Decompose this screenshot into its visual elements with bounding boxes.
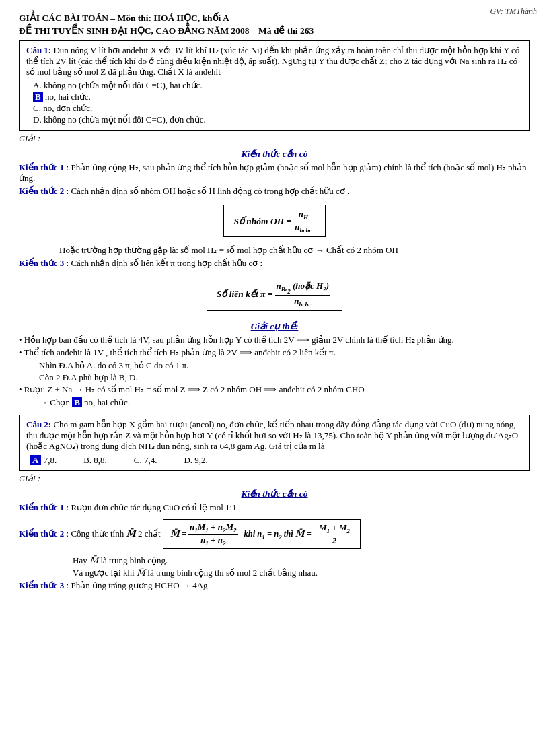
kt2-2-text: : Công thức tính	[64, 528, 124, 539]
kt2-1-text: : Rượu đơn chức tác dụng CuO có tỉ lệ mo…	[64, 502, 236, 512]
q1-ans-a-label: A.	[33, 80, 42, 90]
kt2-extra: Hoặc trường hợp thường gặp là: số mol H₂…	[59, 245, 530, 256]
kt2-label: Kiến thức 2	[19, 186, 64, 196]
bullet1: • Hỗn hợp ban đầu có thể tích là 4V, sau…	[19, 335, 530, 345]
q2-ans-d-label: D. 9,2.	[184, 455, 207, 465]
q1-ans-c-label: C.	[33, 103, 41, 113]
formula2-num: nBr2 (hoặc H2)	[275, 281, 331, 295]
indent1: Nhìn Đ.A bỏ A. do có 3 π, bỏ C do có 1 π…	[39, 360, 530, 371]
kt2-3-line: Kiến thức 3 : Phản ứng tráng gương HCHO …	[19, 580, 530, 591]
kien-thuc-title-1: Kiến thức cần có	[19, 148, 530, 160]
kt2-2-frac1: n1M1 + n2M2 n1 + n2	[188, 522, 238, 546]
formula1-num: nH	[297, 209, 309, 221]
q2-ans-b: B. 8,8.	[83, 455, 107, 466]
kt2-2-formula-mid: khi n1 = n2 thì M̄ =	[244, 528, 312, 541]
formula1-box: Số nhóm OH = nH nhchc	[223, 205, 325, 237]
kt2-2-line: Kiến thức 2 : Công thức tính M̄ 2 chất M…	[19, 515, 530, 553]
q2-ans-b-label: B. 8,8.	[83, 455, 107, 465]
kt2-2-formula-left: M̄ =	[170, 528, 186, 539]
bullet3: • Rượu Z + Na → H₂ có số mol H₂ = số mol…	[19, 384, 530, 395]
giai-cu-the-title: Giải cụ thể:	[19, 320, 530, 332]
q1-ans-c-text: no, đơn chức.	[41, 103, 92, 113]
kt2-3-label: Kiến thức 3	[19, 580, 64, 590]
q1-answers: A. không no (chứa một nối đôi C=C), hai …	[33, 80, 523, 125]
kt2-2-frac1-num: n1M1 + n2M2	[188, 522, 238, 535]
question-1-box: Câu 1: Đun nóng V lít hơi anđehit X với …	[19, 40, 530, 131]
kt2-1-line: Kiến thức 1 : Rượu đơn chức tác dụng CuO…	[19, 502, 530, 513]
formula2-den: nhchc	[293, 296, 312, 308]
q1-ans-b-highlight: B	[33, 92, 43, 102]
q1-ans-b: B no, hai chức.	[33, 92, 523, 102]
kt2-2-frac1-den: n1 + n2	[199, 535, 227, 547]
q2-ans-a-text: 7,8.	[41, 455, 57, 465]
indent2: Còn 2 Đ.A phù hợp là B, D.	[39, 372, 530, 383]
ans-b-choice: B	[72, 397, 82, 407]
kt1-text: : Phản ứng cộng H₂, sau phản ứng thể tíc…	[19, 162, 527, 183]
kt3-label: Kiến thức 3	[19, 258, 64, 268]
q2-ans-a-highlight: A	[30, 455, 41, 465]
kt2-2-frac2-den: 2	[331, 535, 338, 546]
kt2-text: : Cách nhận định số nhóm OH hoặc số H li…	[64, 186, 349, 196]
q1-ans-d-label: D.	[33, 114, 42, 125]
kt2-3-text: : Phản ứng tráng gương HCHO → 4Ag	[64, 580, 207, 590]
kt2-2-frac2-num: M1 + M2	[318, 522, 351, 535]
q2-ans-c: C. 7,4.	[134, 455, 157, 466]
kt2-1-label: Kiến thức 1	[19, 502, 64, 512]
q1-label: Câu 1:	[26, 45, 51, 55]
q1-ans-d: D. không no (chứa một nối đôi C=C), đơn …	[33, 114, 523, 125]
question-2-box: Câu 2: Cho m gam hỗn hợp X gồm hai rượu …	[19, 415, 530, 471]
q2-text: Cho m gam hỗn hợp X gồm hai rượu (ancol)…	[26, 419, 518, 451]
formula2-frac: nBr2 (hoặc H2) nhchc	[275, 281, 331, 307]
giai-label-2: Giải :	[19, 473, 530, 484]
author-label: GV: TMThành	[490, 7, 537, 17]
sub-title: ĐỀ THI TUYỂN SINH ĐẠI HỌC, CAO ĐẲNG NĂM …	[19, 25, 530, 36]
giai-label-1: Giải :	[19, 133, 530, 144]
q2-answers: A 7,8. B. 8,8. C. 7,4. D. 9,2.	[30, 455, 523, 466]
q1-ans-a-text: không no (chứa một nối đôi C=C), hai chứ…	[42, 80, 203, 90]
formula1-text: Số nhóm OH =	[233, 215, 291, 227]
formula1-frac: nH nhchc	[293, 209, 313, 233]
indent3: → Chọn B no, hai chức.	[39, 397, 530, 408]
formula2-center: Số liên kết π = nBr2 (hoặc H2) nhchc	[19, 273, 530, 315]
kt2-2-label: Kiến thức 2	[19, 528, 64, 539]
formula1-center: Số nhóm OH = nH nhchc	[19, 201, 530, 241]
kt2-line: Kiến thức 2 : Cách nhận định số nhóm OH …	[19, 186, 530, 197]
q2-ans-c-label: C. 7,4.	[134, 455, 157, 465]
formula2-left: Số liên kết π =	[217, 288, 273, 300]
kt3-line: Kiến thức 3 : Cách nhận định số liên kết…	[19, 258, 530, 269]
q2-ans-a: A 7,8.	[30, 455, 57, 466]
q1-text: Đun nóng V lít hơi anđehit X với 3V lít …	[26, 45, 519, 77]
bullet2: • Thể tích anđehit là 1V , thể tích thể …	[19, 347, 530, 358]
kien-thuc-title-2: Kiến thức cần có	[19, 488, 530, 500]
hay-line: Hay M̄ là trung bình cộng.	[73, 555, 530, 566]
q1-ans-b-text: no, hai chức.	[43, 92, 91, 102]
kt3-text: : Cách nhận định số liên kết π trong hợp…	[64, 258, 262, 268]
va-line: Và ngược lại khi M̄ là trung bình cộng t…	[73, 568, 530, 578]
kt2-2-frac2: M1 + M2 2	[318, 522, 351, 546]
q1-ans-d-text: không no (chứa một nối đôi C=C), đơn chứ…	[42, 114, 206, 125]
kt2-2-mbar: M̄ 2 chất	[126, 528, 163, 539]
main-title: GIẢI CÁC BÀI TOÁN – Môn thi: HOÁ HỌC, kh…	[19, 12, 530, 24]
kt1-label: Kiến thức 1	[19, 162, 64, 172]
formula1-den: nhchc	[293, 221, 313, 234]
kt1-line: Kiến thức 1 : Phản ứng cộng H₂, sau phản…	[19, 162, 530, 184]
kt2-2-formula-box: M̄ = n1M1 + n2M2 n1 + n2 khi n1 = n2 thì…	[163, 519, 361, 549]
q2-label: Câu 2:	[26, 419, 51, 429]
formula2-box: Số liên kết π = nBr2 (hoặc H2) nhchc	[207, 277, 342, 311]
q1-ans-a: A. không no (chứa một nối đôi C=C), hai …	[33, 80, 523, 91]
q1-ans-c: C. no, đơn chức.	[33, 103, 523, 114]
q2-ans-d: D. 9,2.	[184, 455, 207, 466]
